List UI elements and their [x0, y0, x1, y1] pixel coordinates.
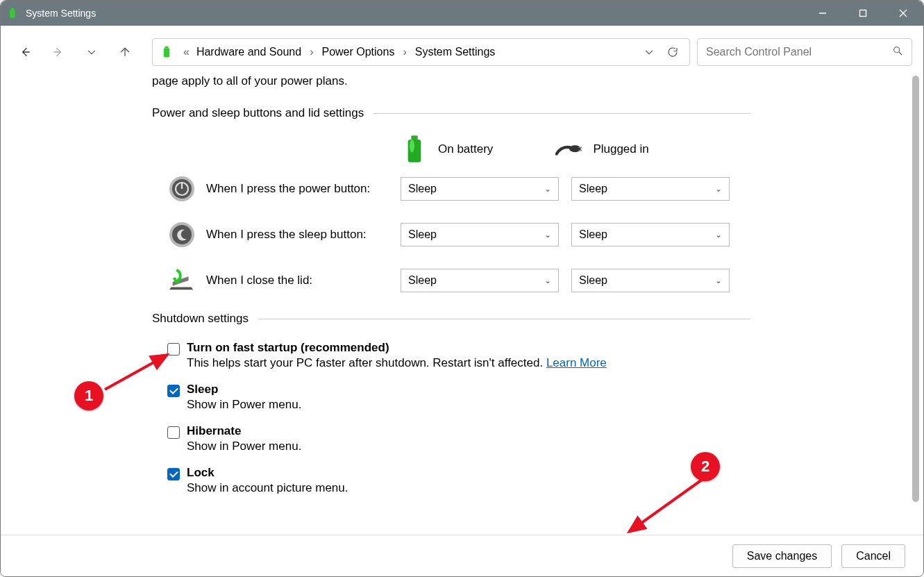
chevron-down-icon: ⌄ [544, 230, 551, 240]
column-label: Plugged in [593, 142, 648, 156]
chevron-right-icon: › [398, 46, 410, 58]
plug-icon [555, 135, 583, 163]
checkbox-icon[interactable] [167, 426, 180, 439]
refresh-button[interactable] [663, 46, 682, 58]
section-title-power: Power and sleep buttons and lid settings [152, 106, 364, 120]
battery-large-icon [401, 135, 428, 163]
select-value: Sleep [408, 183, 437, 195]
option-title: Sleep [187, 383, 301, 396]
laptop-lid-icon [167, 266, 196, 295]
svg-rect-0 [10, 10, 15, 18]
row-close-lid: When I close the lid: Sleep⌄ Sleep⌄ [167, 266, 750, 295]
toolbar: « Hardware and Sound › Power Options › S… [1, 26, 923, 76]
svg-rect-7 [165, 47, 169, 49]
learn-more-link[interactable]: Learn More [546, 356, 607, 369]
checkbox-icon[interactable] [167, 385, 180, 397]
divider [373, 113, 750, 114]
back-button[interactable] [17, 44, 33, 60]
up-button[interactable] [117, 44, 133, 60]
select-power-battery[interactable]: Sleep⌄ [401, 177, 559, 201]
battery-app-icon [6, 7, 19, 19]
option-description: Show in account picture menu. [187, 481, 348, 495]
option-title: Turn on fast startup (recommended) [187, 341, 607, 355]
breadcrumb-overflow[interactable]: « [180, 46, 192, 58]
chevron-down-icon: ⌄ [715, 230, 722, 240]
chevron-right-icon: › [305, 46, 317, 58]
settings-panel: page apply to all of your power plans. P… [1, 74, 750, 503]
search-input[interactable] [706, 46, 892, 58]
select-sleep-battery[interactable]: Sleep⌄ [401, 223, 559, 246]
minimize-button[interactable] [803, 1, 843, 26]
option-description: Show in Power menu. [187, 440, 301, 453]
recent-dropdown[interactable] [84, 44, 99, 60]
breadcrumb-item[interactable]: Power Options [321, 46, 394, 58]
footer: Save changes Cancel [1, 535, 923, 576]
breadcrumb-item[interactable]: System Settings [415, 46, 496, 58]
breadcrumb-item[interactable]: Hardware and Sound [196, 46, 301, 58]
sleep-button-icon [167, 220, 196, 249]
svg-line-9 [899, 52, 902, 55]
row-label: When I close the lid: [206, 274, 401, 287]
row-label: When I press the sleep button: [206, 228, 401, 242]
divider [258, 319, 750, 319]
select-power-plugged[interactable]: Sleep⌄ [571, 177, 730, 201]
checkbox-lock[interactable]: Lock Show in account picture menu. [167, 466, 750, 503]
column-label: On battery [438, 142, 493, 156]
select-lid-battery[interactable]: Sleep⌄ [401, 269, 559, 292]
select-value: Sleep [408, 228, 437, 241]
cancel-button[interactable]: Cancel [841, 544, 905, 568]
svg-rect-15 [579, 150, 582, 151]
section-title-shutdown: Shutdown settings [152, 312, 249, 326]
intro-text: page apply to all of your power plans. [152, 74, 750, 88]
annotation-badge-2: 2 [691, 452, 720, 481]
checkbox-icon[interactable] [167, 468, 180, 480]
select-sleep-plugged[interactable]: Sleep⌄ [571, 223, 730, 246]
chevron-down-icon: ⌄ [544, 276, 551, 285]
battery-icon [160, 45, 174, 59]
close-button[interactable] [883, 1, 923, 26]
svg-point-8 [894, 47, 900, 53]
forward-button[interactable] [51, 44, 66, 60]
search-icon[interactable] [892, 45, 903, 59]
titlebar: System Settings [1, 1, 923, 26]
window-title: System Settings [26, 8, 96, 19]
save-changes-button[interactable]: Save changes [732, 544, 832, 568]
svg-rect-6 [164, 48, 169, 57]
select-value: Sleep [579, 228, 607, 241]
svg-rect-14 [579, 147, 582, 149]
row-sleep-button: When I press the sleep button: Sleep⌄ Sl… [167, 220, 750, 249]
address-bar[interactable]: « Hardware and Sound › Power Options › S… [152, 38, 690, 66]
option-description: This helps start your PC faster after sh… [187, 356, 607, 370]
chevron-down-icon: ⌄ [544, 184, 551, 194]
power-button-icon [167, 174, 196, 203]
option-title: Hibernate [187, 424, 301, 438]
checkbox-icon[interactable] [167, 343, 180, 356]
svg-point-13 [569, 145, 581, 152]
window-controls [803, 1, 923, 26]
svg-rect-3 [860, 10, 866, 17]
option-description: Show in Power menu. [187, 398, 301, 412]
checkbox-hibernate[interactable]: Hibernate Show in Power menu. [167, 424, 750, 462]
maximize-button[interactable] [843, 1, 883, 26]
row-label: When I press the power button: [206, 182, 401, 196]
vertical-scrollbar[interactable] [911, 76, 921, 529]
address-expand[interactable] [639, 47, 659, 58]
select-value: Sleep [408, 274, 437, 287]
column-header-battery: On battery [401, 135, 493, 163]
column-header-plugged: Plugged in [555, 135, 648, 163]
select-lid-plugged[interactable]: Sleep⌄ [571, 269, 730, 292]
checkbox-sleep[interactable]: Sleep Show in Power menu. [167, 383, 750, 420]
search-box[interactable] [697, 38, 912, 66]
svg-point-12 [410, 140, 414, 153]
svg-rect-11 [411, 135, 417, 140]
select-value: Sleep [579, 274, 607, 287]
scrollbar-thumb[interactable] [912, 76, 919, 502]
checkbox-fast-startup[interactable]: Turn on fast startup (recommended) This … [167, 341, 750, 378]
row-power-button: When I press the power button: Sleep⌄ Sl… [167, 174, 750, 203]
chevron-down-icon: ⌄ [715, 276, 722, 285]
annotation-badge-1: 1 [74, 381, 103, 410]
svg-point-21 [172, 225, 192, 244]
option-title: Lock [187, 466, 348, 480]
select-value: Sleep [579, 183, 607, 195]
chevron-down-icon: ⌄ [715, 184, 722, 194]
